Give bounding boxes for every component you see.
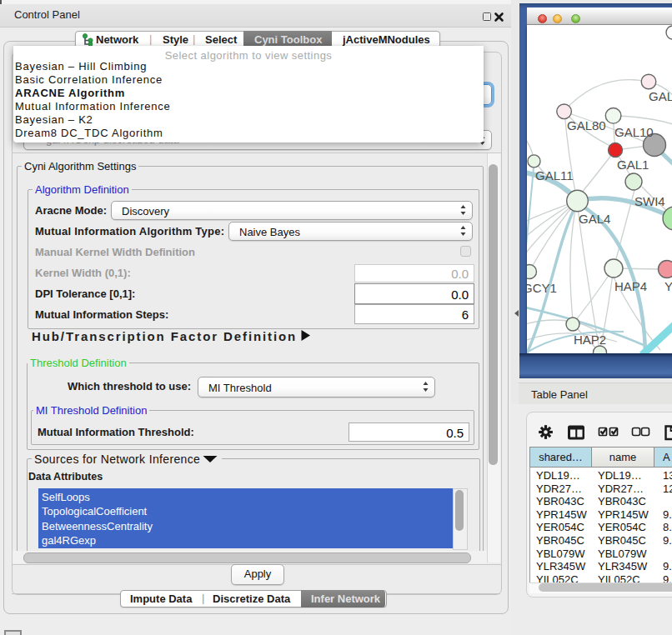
svg-text:GAL80: GAL80 — [567, 118, 606, 132]
svg-text:GAL1: GAL1 — [617, 158, 649, 172]
svg-text:GAL11: GAL11 — [535, 168, 574, 182]
svg-text:HAP2: HAP2 — [574, 332, 606, 347]
svg-text:GAL2: GAL2 — [649, 89, 672, 103]
svg-text:HAP4: HAP4 — [614, 279, 647, 293]
svg-text:YJ: YJ — [664, 279, 672, 293]
svg-text:GCY1: GCY1 — [527, 281, 557, 295]
svg-text:GAL4: GAL4 — [579, 212, 610, 226]
svg-text:GAL10: GAL10 — [614, 125, 654, 139]
svg-text:SWI4: SWI4 — [634, 194, 665, 208]
